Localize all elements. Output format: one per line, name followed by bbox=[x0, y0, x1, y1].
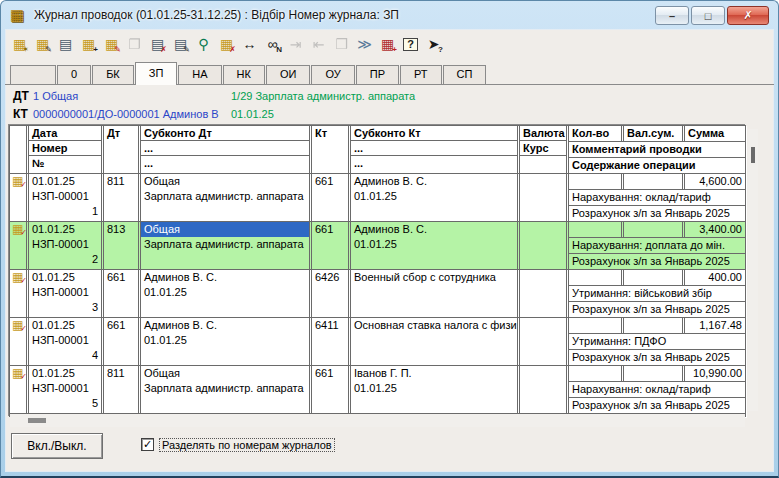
help-icon[interactable]: ? bbox=[400, 34, 421, 55]
delete-line-icon[interactable]: ▦✗ bbox=[216, 34, 237, 55]
horizontal-scrollbar-thumb[interactable] bbox=[28, 418, 46, 423]
minimize-button[interactable]: – bbox=[655, 6, 689, 25]
cell-subkonto-dt-1[interactable]: Админов В. С. bbox=[141, 270, 309, 285]
cell-comment[interactable]: Утримання: військовий збір bbox=[569, 286, 715, 301]
cell-subkonto-kt-1[interactable]: Іванов Г. П. bbox=[351, 366, 517, 381]
cell-operation[interactable]: Розрахунок з/п за Январь 2025 bbox=[569, 254, 733, 269]
cell-number[interactable]: НЗП-00001 bbox=[29, 333, 101, 348]
cell-qty[interactable] bbox=[569, 270, 621, 285]
col-qty[interactable]: Кол-во bbox=[569, 126, 621, 141]
cell-operation[interactable]: Розрахунок з/п за Январь 2025 bbox=[569, 302, 733, 317]
table-row[interactable]: ▦ ✓ 01.01.25 НЗП-00001 2 813 Общая Зарпл… bbox=[10, 222, 745, 270]
table-row[interactable]: ▦ ✓ 01.01.25 НЗП-00001 3 661 Админов В. … bbox=[10, 270, 745, 318]
col-valsum[interactable]: Вал.сум. bbox=[624, 126, 682, 141]
col-number[interactable]: Номер bbox=[29, 141, 101, 156]
cell-subkonto-kt-2[interactable]: 01.01.25 bbox=[351, 189, 517, 204]
tab-0[interactable]: 0 bbox=[57, 65, 91, 84]
cell-operation[interactable]: Розрахунок з/п за Январь 2025 bbox=[569, 398, 733, 413]
col-comment[interactable]: Комментарий проводки bbox=[569, 142, 705, 157]
col-sum[interactable]: Сумма bbox=[685, 126, 745, 141]
tab-НА[interactable]: НА bbox=[178, 65, 221, 84]
cell-currency[interactable] bbox=[520, 222, 566, 237]
cell-line-no[interactable]: 5 bbox=[29, 396, 101, 411]
cell-currency[interactable] bbox=[520, 270, 566, 285]
edit-document-icon[interactable]: ▤✎ bbox=[170, 34, 191, 55]
cell-subkonto-kt-2[interactable]: 01.01.25 bbox=[351, 237, 517, 252]
cell-valsum[interactable] bbox=[624, 318, 682, 333]
cell-comment[interactable]: Нарахування: оклад/тариф bbox=[569, 382, 714, 397]
cell-kt-account[interactable]: 661 bbox=[312, 366, 348, 381]
find-number-icon[interactable]: ∞N bbox=[262, 34, 283, 55]
cell-dt-account[interactable]: 811 bbox=[104, 366, 138, 381]
cell-line-no[interactable]: 3 bbox=[29, 300, 101, 315]
close-button[interactable]: ✗ bbox=[727, 6, 769, 25]
cell-subkonto-kt-2[interactable] bbox=[351, 333, 517, 348]
copy-line-icon[interactable]: ▦✎ bbox=[32, 34, 53, 55]
col-operation[interactable]: Содержание операции bbox=[569, 158, 698, 173]
tab-ОИ[interactable]: ОИ bbox=[266, 65, 310, 84]
cell-amount[interactable]: 1,167.48 bbox=[685, 318, 745, 333]
cell-operation[interactable]: Розрахунок з/п за Январь 2025 bbox=[569, 350, 733, 365]
cell-number[interactable]: НЗП-00001 bbox=[29, 189, 101, 204]
tab-БК[interactable]: БК bbox=[92, 65, 134, 84]
cell-kt-account[interactable]: 661 bbox=[312, 174, 348, 189]
cell-currency[interactable] bbox=[520, 318, 566, 333]
split-by-journal-checkbox[interactable]: ✓ bbox=[141, 438, 154, 451]
cell-line-no[interactable]: 4 bbox=[29, 348, 101, 363]
selected-cell[interactable]: Общая bbox=[141, 222, 309, 237]
cell-subkonto-dt-2[interactable]: Зарплата администр. аппарата bbox=[141, 381, 309, 396]
interval-icon[interactable]: ↔ bbox=[239, 34, 260, 55]
tab-НК[interactable]: НК bbox=[223, 65, 265, 84]
cell-subkonto-dt-2[interactable]: 01.01.25 bbox=[141, 285, 309, 300]
find-icon[interactable]: ⚲ bbox=[193, 34, 214, 55]
cell-qty[interactable] bbox=[569, 366, 621, 381]
cell-qty[interactable] bbox=[569, 174, 621, 189]
cell-subkonto-kt-2[interactable] bbox=[351, 285, 517, 300]
split-by-journal-label[interactable]: Разделять по номерам журналов bbox=[160, 439, 334, 451]
cell-subkonto-kt-1[interactable]: Админов В. С. bbox=[351, 222, 517, 237]
tab-ЗП[interactable]: ЗП bbox=[135, 62, 178, 85]
table-row[interactable]: ▦ ✓ 01.01.25 НЗП-00001 1 811 Общая Зарпл… bbox=[10, 174, 745, 222]
cell-subkonto-dt-2[interactable]: Зарплата администр. аппарата bbox=[141, 237, 309, 252]
cell-dt-account[interactable]: 811 bbox=[104, 174, 138, 189]
cell-operation[interactable]: Розрахунок з/п за Январь 2025 bbox=[569, 206, 733, 221]
col-date[interactable]: Дата bbox=[29, 126, 101, 141]
operations-icon[interactable]: ▦+ bbox=[377, 34, 398, 55]
cell-kt-account[interactable]: 6426 bbox=[312, 270, 348, 285]
cell-number[interactable]: НЗП-00001 bbox=[29, 381, 101, 396]
cell-subkonto-dt-2[interactable]: 01.01.25 bbox=[141, 333, 309, 348]
col-dt[interactable]: Дт bbox=[104, 126, 138, 141]
cell-number[interactable]: НЗП-00001 bbox=[29, 285, 101, 300]
horizontal-scrollbar[interactable] bbox=[10, 414, 745, 427]
delete-document-icon[interactable]: ▤✗ bbox=[147, 34, 168, 55]
vertical-scrollbar[interactable] bbox=[748, 129, 758, 411]
add-line-icon[interactable]: ▦+ bbox=[78, 34, 99, 55]
cell-currency[interactable] bbox=[520, 174, 566, 189]
col-subkonto-kt[interactable]: Субконто Кт bbox=[351, 126, 517, 141]
cell-line-no[interactable]: 1 bbox=[29, 204, 101, 219]
titlebar[interactable]: ▦ Журнал проводок (01.01.25-31.12.25) : … bbox=[1, 1, 778, 29]
cell-valsum[interactable] bbox=[624, 174, 682, 189]
toggle-on-off-button[interactable]: Вкл./Выкл. bbox=[11, 433, 103, 459]
cell-line-no[interactable]: 2 bbox=[29, 252, 101, 267]
tab-СП[interactable]: СП bbox=[443, 65, 487, 84]
table-row[interactable]: ▦ ✓ 01.01.25 НЗП-00001 5 811 Общая Зарпл… bbox=[10, 366, 745, 414]
col-kt[interactable]: Кт bbox=[312, 126, 348, 141]
col-no[interactable]: № bbox=[29, 156, 101, 171]
cell-amount[interactable]: 400.00 bbox=[685, 270, 745, 285]
restore-button[interactable]: □ bbox=[691, 6, 725, 25]
cell-comment[interactable]: Утримання: ПДФО bbox=[569, 334, 669, 349]
cell-date[interactable]: 01.01.25 bbox=[29, 366, 101, 381]
cell-comment[interactable]: Нарахування: оклад/тариф bbox=[569, 190, 714, 205]
cell-date[interactable]: 01.01.25 bbox=[29, 174, 101, 189]
cell-qty[interactable] bbox=[569, 222, 621, 237]
cell-subkonto-kt-2[interactable]: 01.01.25 bbox=[351, 381, 517, 396]
cell-subkonto-kt-1[interactable]: Админов В. С. bbox=[351, 174, 517, 189]
cell-qty[interactable] bbox=[569, 318, 621, 333]
col-rate[interactable]: Курс bbox=[520, 141, 566, 156]
cell-subkonto-dt-1[interactable]: Общая bbox=[141, 174, 309, 189]
cell-currency[interactable] bbox=[520, 366, 566, 381]
cell-subkonto-dt-2[interactable]: Зарплата администр. аппарата bbox=[141, 189, 309, 204]
cell-amount[interactable]: 3,400.00 bbox=[685, 222, 745, 237]
tab-ПР[interactable]: ПР bbox=[356, 65, 399, 84]
